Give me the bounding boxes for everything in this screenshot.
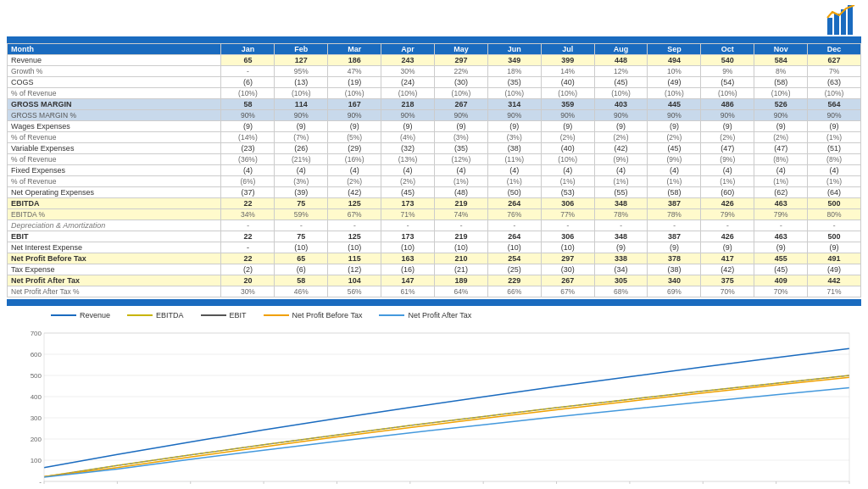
chart-area: -100200300400500600700JanFebMarAprMayJun… bbox=[7, 325, 861, 489]
cell: (4) bbox=[541, 165, 594, 176]
row-label: Growth % bbox=[8, 66, 221, 77]
row-label: EBITDA bbox=[8, 198, 221, 209]
cell: (50) bbox=[487, 187, 541, 198]
cell: - bbox=[648, 220, 701, 231]
legend-line bbox=[51, 314, 76, 316]
cell: 526 bbox=[754, 99, 808, 110]
cell: 64% bbox=[434, 286, 487, 297]
cell: (12) bbox=[328, 264, 381, 275]
cell: (10%) bbox=[275, 88, 328, 99]
cell: 173 bbox=[381, 231, 435, 242]
cell: (10) bbox=[328, 242, 381, 253]
cell: 22% bbox=[434, 66, 487, 77]
cell: 18% bbox=[487, 66, 541, 77]
section-header-2 bbox=[7, 299, 861, 306]
cell: 387 bbox=[648, 231, 701, 242]
table-row: Depreciation & Amortization------------ bbox=[8, 220, 861, 231]
cell: (3%) bbox=[434, 132, 487, 143]
cell: 486 bbox=[701, 99, 754, 110]
cell: 306 bbox=[541, 198, 594, 209]
cell: (40) bbox=[541, 143, 594, 154]
cell: (8%) bbox=[808, 154, 861, 165]
table-row: Net Profit Before Tax2265115163210254297… bbox=[8, 253, 861, 264]
cell: (6%) bbox=[221, 176, 275, 187]
col-aug: Aug bbox=[594, 44, 648, 55]
cell: (11%) bbox=[487, 154, 541, 165]
cell: (45) bbox=[754, 264, 808, 275]
cell: 348 bbox=[594, 198, 648, 209]
cell: 297 bbox=[434, 55, 487, 66]
cell: (9) bbox=[808, 242, 861, 253]
table-row: Net Interest Expense-(10)(10)(10)(10)(10… bbox=[8, 242, 861, 253]
cell: 79% bbox=[754, 209, 808, 220]
table-row: Net Operating Expenses(37)(39)(42)(45)(4… bbox=[8, 187, 861, 198]
cell: 77% bbox=[541, 209, 594, 220]
cell: 34% bbox=[221, 209, 275, 220]
cell: 125 bbox=[328, 198, 381, 209]
cell: 75 bbox=[275, 231, 328, 242]
cell: (25) bbox=[487, 264, 541, 275]
row-label: Net Profit Before Tax bbox=[8, 253, 221, 264]
cell: (39) bbox=[275, 187, 328, 198]
row-label: % of Revenue bbox=[8, 132, 221, 143]
cell: (12%) bbox=[434, 154, 487, 165]
row-label: GROSS MARGIN bbox=[8, 99, 221, 110]
cell: 448 bbox=[594, 55, 648, 66]
cell: (21) bbox=[434, 264, 487, 275]
cell: (35) bbox=[487, 77, 541, 88]
cell: 90% bbox=[648, 110, 701, 121]
table-row: COGS(6)(13)(19)(24)(30)(35)(40)(45)(49)(… bbox=[8, 77, 861, 88]
legend-item: Net Profit After Tax bbox=[379, 311, 471, 320]
cell: (21%) bbox=[275, 154, 328, 165]
cell: (10) bbox=[434, 242, 487, 253]
cell: 76% bbox=[487, 209, 541, 220]
cell: 254 bbox=[487, 253, 541, 264]
cell: 104 bbox=[328, 275, 381, 286]
cell: - bbox=[701, 220, 754, 231]
legend-label: Revenue bbox=[80, 311, 110, 320]
cell: 10% bbox=[648, 66, 701, 77]
cell: (9) bbox=[221, 121, 275, 132]
cell: 78% bbox=[594, 209, 648, 220]
cell: (4) bbox=[648, 165, 701, 176]
table-row: EBIT2275125173219264306348387426463500 bbox=[8, 231, 861, 242]
cell: (10%) bbox=[381, 88, 435, 99]
cell: (2%) bbox=[328, 176, 381, 187]
col-jun: Jun bbox=[487, 44, 541, 55]
cell: (24) bbox=[381, 77, 435, 88]
svg-text:700: 700 bbox=[31, 330, 42, 337]
row-label: EBIT bbox=[8, 231, 221, 242]
table-row: Net Profit After Tax %30%46%56%61%64%66%… bbox=[8, 286, 861, 297]
cell: (10%) bbox=[487, 88, 541, 99]
cell: (16%) bbox=[328, 154, 381, 165]
cell: (2) bbox=[221, 264, 275, 275]
col-feb: Feb bbox=[275, 44, 328, 55]
legend-line bbox=[264, 314, 289, 316]
section-header-1 bbox=[7, 36, 861, 43]
cell: 68% bbox=[594, 286, 648, 297]
legend-label: Net Profit After Tax bbox=[408, 311, 471, 320]
cell: (4) bbox=[328, 165, 381, 176]
cell: 65 bbox=[221, 55, 275, 66]
cell: 22 bbox=[221, 253, 275, 264]
cell: (48) bbox=[434, 187, 487, 198]
cell: 20 bbox=[221, 275, 275, 286]
cell: (47) bbox=[701, 143, 754, 154]
cell: (7%) bbox=[275, 132, 328, 143]
cell: (38) bbox=[648, 264, 701, 275]
cell: (10) bbox=[275, 242, 328, 253]
table-row: Net Profit After Tax20581041471892292673… bbox=[8, 275, 861, 286]
cell: (4) bbox=[487, 165, 541, 176]
cell: (10) bbox=[487, 242, 541, 253]
cell: 305 bbox=[594, 275, 648, 286]
cell: 417 bbox=[701, 253, 754, 264]
cell: 30% bbox=[381, 66, 435, 77]
cell: (4) bbox=[701, 165, 754, 176]
cell: (16) bbox=[381, 264, 435, 275]
cell: (1%) bbox=[487, 176, 541, 187]
cell: (10) bbox=[541, 242, 594, 253]
cell: 71% bbox=[808, 286, 861, 297]
cell: (9) bbox=[381, 121, 435, 132]
cell: 218 bbox=[381, 99, 435, 110]
cell: 70% bbox=[701, 286, 754, 297]
